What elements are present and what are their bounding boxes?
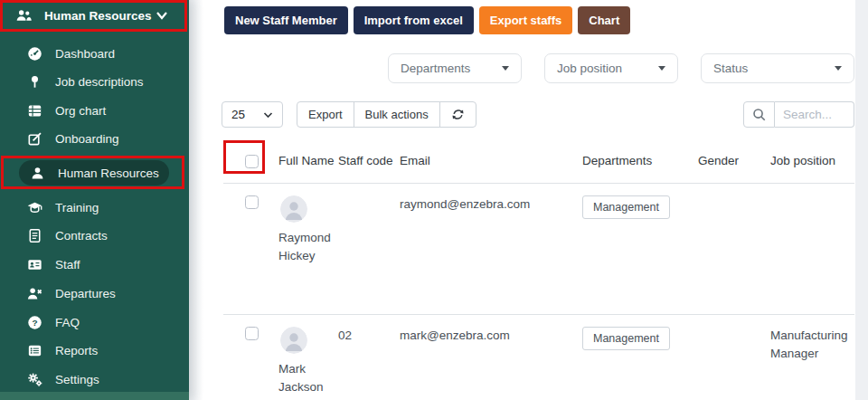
sidebar-footer-strip	[0, 392, 189, 400]
chevron-down-icon	[263, 111, 273, 119]
sidebar-item-contracts[interactable]: Contracts	[0, 223, 189, 248]
page-size-select[interactable]: 25	[222, 101, 283, 128]
job-position-filter-dropdown[interactable]: Job position	[544, 53, 678, 83]
sidebar-item-staff[interactable]: Staff	[0, 252, 189, 277]
row-checkbox[interactable]	[245, 327, 259, 340]
people-group-icon	[15, 7, 33, 24]
sidebar-item-dashboard[interactable]: Dashboard	[0, 41, 189, 66]
sidebar-item-label: Org chart	[55, 104, 106, 118]
page-size-value: 25	[231, 108, 245, 121]
column-header-email[interactable]: Email	[396, 140, 579, 183]
sidebar-header-human-resources[interactable]: Human Resources	[0, 0, 189, 32]
sidebar-item-label: Contracts	[55, 229, 108, 243]
sidebar-header-label: Human Resources	[44, 9, 152, 23]
sidebar-item-org-chart[interactable]: Org chart	[0, 98, 189, 123]
column-header-staff-code[interactable]: Staff code	[335, 140, 396, 183]
sidebar-item-label: Training	[55, 201, 99, 214]
chart-button[interactable]: Chart	[578, 6, 630, 34]
sidebar-item-reports[interactable]: Reports	[0, 338, 189, 363]
hr-app: Human Resources Dashboard Job descriptio…	[0, 0, 868, 400]
svg-text:?: ?	[32, 317, 37, 327]
sidebar-item-settings[interactable]: Settings	[0, 367, 189, 392]
table-row[interactable]: Mark Jackson 02 mark@enzebra.com Managem…	[223, 314, 854, 400]
sidebar-item-label: Settings	[55, 373, 99, 386]
sidebar-item-label: Staff	[55, 258, 80, 271]
status-filter-label: Status	[713, 62, 748, 75]
edit-icon	[26, 130, 43, 148]
refresh-icon	[451, 108, 465, 121]
email-cell: raymond@enzebra.com	[396, 183, 579, 314]
column-header-full-name[interactable]: Full Name	[271, 140, 335, 183]
table-header-row: Full Name Staff code Email Departments G…	[223, 140, 854, 183]
right-gutter	[855, 0, 868, 400]
avatar-placeholder-icon	[280, 195, 307, 223]
department-badge[interactable]: Management	[582, 327, 670, 351]
staff-name: Mark Jackson	[278, 360, 344, 397]
departments-filter-dropdown[interactable]: Departments	[388, 53, 522, 83]
sidebar-item-onboarding[interactable]: Onboarding	[0, 126, 189, 151]
chevron-down-icon	[155, 9, 169, 22]
person-icon	[29, 165, 46, 182]
column-header-gender[interactable]: Gender	[694, 140, 767, 183]
column-header-job-position[interactable]: Job position	[767, 140, 854, 183]
sidebar-item-label: Dashboard	[55, 47, 115, 61]
pin-icon	[26, 73, 43, 90]
content-left-fade	[189, 0, 203, 400]
staff-code-cell	[335, 183, 396, 314]
full-name-cell: Raymond Hickey	[275, 195, 335, 266]
new-staff-member-button[interactable]: New Staff Member	[224, 6, 348, 34]
sidebar-item-label: Human Resources	[58, 167, 159, 180]
org-chart-icon	[26, 102, 43, 119]
staff-table: Full Name Staff code Email Departments G…	[223, 140, 854, 400]
status-filter-dropdown[interactable]: Status	[701, 53, 854, 83]
gender-cell	[694, 314, 767, 400]
search-icon-button[interactable]	[743, 101, 775, 128]
sidebar-item-job-descriptions[interactable]: Job descriptions	[0, 69, 189, 94]
email-cell: mark@enzebra.com	[396, 314, 579, 400]
select-all-checkbox[interactable]	[245, 155, 259, 168]
sidebar: Human Resources Dashboard Job descriptio…	[0, 0, 189, 400]
gender-cell	[694, 183, 767, 314]
caret-down-icon	[502, 66, 509, 71]
bulk-actions-button[interactable]: Bulk actions	[354, 101, 440, 128]
export-button[interactable]: Export	[297, 101, 354, 128]
department-badge[interactable]: Management	[582, 195, 670, 220]
search-box	[743, 101, 854, 128]
person-x-icon	[26, 285, 43, 302]
sidebar-item-label: Job descriptions	[55, 75, 144, 89]
import-from-excel-button[interactable]: Import from excel	[354, 6, 474, 34]
job-position-cell: Manufacturing Manager	[770, 327, 854, 364]
table-row[interactable]: Raymond Hickey raymond@enzebra.com Manag…	[223, 183, 854, 314]
toolbar: New Staff Member Import from excel Expor…	[224, 6, 630, 34]
filters-row: Departments Job position Status	[388, 53, 854, 83]
sidebar-item-departures[interactable]: Departures	[0, 281, 189, 306]
departments-filter-label: Departments	[401, 62, 470, 75]
full-name-cell: Mark Jackson	[275, 327, 335, 397]
job-position-filter-label: Job position	[557, 62, 622, 75]
contract-icon	[26, 227, 43, 244]
dashboard-icon	[26, 45, 43, 62]
avatar	[280, 327, 307, 354]
staff-code-cell: 02	[335, 314, 396, 400]
sidebar-item-training[interactable]: Training	[0, 195, 189, 220]
reports-icon	[26, 342, 43, 359]
caret-down-icon	[835, 66, 842, 71]
table-controls: 25 Export Bulk actions	[222, 101, 476, 128]
staff-name: Raymond Hickey	[278, 229, 344, 266]
column-header-departments[interactable]: Departments	[579, 140, 694, 183]
gears-icon	[26, 371, 43, 388]
search-icon	[751, 107, 767, 122]
sidebar-item-human-resources-active[interactable]: Human Resources	[19, 160, 169, 186]
sidebar-item-label: FAQ	[55, 316, 80, 329]
refresh-button[interactable]	[439, 101, 476, 128]
sidebar-item-label: Reports	[55, 344, 98, 357]
table-actions-group: Export Bulk actions	[297, 101, 476, 128]
export-staffs-button[interactable]: Export staffs	[479, 6, 572, 34]
row-checkbox[interactable]	[245, 195, 259, 209]
sidebar-item-faq[interactable]: ? FAQ	[0, 310, 189, 335]
avatar	[280, 195, 307, 223]
graduation-cap-icon	[26, 199, 43, 216]
caret-down-icon	[658, 66, 665, 71]
search-input[interactable]	[775, 101, 854, 128]
avatar-placeholder-icon	[280, 327, 307, 354]
